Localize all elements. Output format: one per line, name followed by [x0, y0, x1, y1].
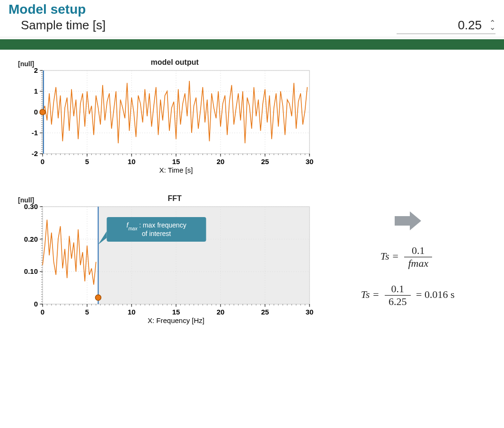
svg-marker-286: [395, 211, 421, 230]
svg-text:2: 2: [34, 68, 38, 74]
chart1-svg: 051015202530-2-1012X: Time [s]: [12, 68, 315, 176]
sample-time-label: Sample time [s]: [21, 18, 106, 33]
sample-time-stepper[interactable]: 0.25 ⌃ ⌄: [397, 18, 495, 34]
svg-text:X: Frequency [Hz]: X: Frequency [Hz]: [148, 316, 204, 324]
svg-text:15: 15: [172, 157, 180, 166]
chart-fft: [null] FFT 05101520253000.100.200.30X: F…: [12, 194, 315, 327]
svg-rect-283: [107, 217, 206, 242]
svg-text:0: 0: [41, 157, 44, 166]
svg-text:0: 0: [34, 108, 38, 116]
svg-text:5: 5: [85, 308, 89, 316]
svg-text:-2: -2: [32, 149, 38, 157]
svg-text:15: 15: [172, 308, 180, 316]
header-panel: Model setup Sample time [s] 0.25 ⌃ ⌄: [0, 0, 504, 37]
svg-text:30: 30: [306, 308, 314, 316]
charts-column: [null] model output 051015202530-2-1012X…: [12, 58, 315, 327]
arrow-right-icon: [394, 210, 422, 232]
svg-text:0.10: 0.10: [24, 267, 38, 275]
chart2-yunit: [null]: [18, 196, 34, 204]
svg-text:25: 25: [261, 308, 269, 316]
svg-text:0.30: 0.30: [24, 204, 38, 210]
divider-bar: [0, 39, 504, 50]
page-title: Model setup: [9, 2, 495, 17]
svg-text:0: 0: [41, 308, 44, 316]
svg-text:0.20: 0.20: [24, 235, 38, 243]
formula-group: Ts = 0.1 fmax Ts = 0.1 6.25 = 0.016 s: [361, 245, 454, 308]
formula-1: Ts = 0.1 fmax: [380, 245, 435, 270]
svg-text:X: Time [s]: X: Time [s]: [159, 166, 193, 174]
svg-text:of interest: of interest: [142, 230, 171, 237]
chart2-svg: 05101520253000.100.200.30X: Frequency [H…: [12, 204, 315, 327]
chart-model-output: [null] model output 051015202530-2-1012X…: [12, 58, 315, 176]
chart2-title: FFT: [34, 194, 315, 203]
chart1-yunit: [null]: [18, 60, 34, 68]
svg-text:20: 20: [217, 308, 225, 316]
svg-text:30: 30: [306, 157, 314, 166]
svg-text:5: 5: [85, 157, 89, 166]
svg-text:10: 10: [128, 157, 136, 166]
formula-2: Ts = 0.1 6.25 = 0.016 s: [361, 283, 454, 308]
svg-point-140: [40, 109, 45, 115]
main-content: [null] model output 051015202530-2-1012X…: [0, 58, 504, 336]
svg-text:-1: -1: [32, 129, 38, 137]
svg-point-280: [96, 295, 101, 300]
svg-text:1: 1: [34, 87, 38, 95]
svg-text:25: 25: [261, 157, 269, 166]
sample-time-row: Sample time [s] 0.25 ⌃ ⌄: [9, 18, 495, 34]
svg-text:0: 0: [34, 300, 38, 308]
chart1-title: model output: [34, 58, 315, 67]
svg-text:20: 20: [217, 157, 225, 166]
stepper-arrows[interactable]: ⌃ ⌄: [489, 21, 495, 30]
sample-time-value[interactable]: 0.25: [397, 18, 482, 33]
svg-text:10: 10: [128, 308, 136, 316]
chevron-down-icon[interactable]: ⌄: [489, 26, 495, 30]
side-column: Ts = 0.1 fmax Ts = 0.1 6.25 = 0.016 s: [324, 58, 492, 308]
